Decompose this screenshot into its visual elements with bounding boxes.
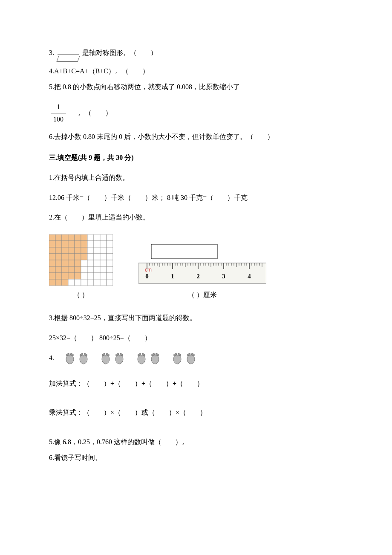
svg-rect-46 xyxy=(87,260,94,266)
q3-prefix: 3. xyxy=(49,49,54,56)
fill-2: 2.在（ ）里填上适当的小数。 （ ） 01234 cm （ ）厘米 xyxy=(49,211,343,301)
peach-pair xyxy=(63,352,90,365)
svg-text:3: 3 xyxy=(222,273,225,280)
peach-icon xyxy=(149,352,161,365)
svg-rect-18 xyxy=(100,241,107,247)
svg-rect-16 xyxy=(87,241,94,247)
svg-rect-70 xyxy=(49,279,55,286)
svg-text:2: 2 xyxy=(196,273,200,280)
svg-rect-32 xyxy=(62,254,68,260)
svg-rect-55 xyxy=(81,266,87,273)
peach-pair xyxy=(171,352,197,365)
svg-rect-6 xyxy=(87,234,94,241)
svg-rect-61 xyxy=(55,273,62,279)
peach-icon xyxy=(113,352,126,365)
fraction-icon: 1 100 xyxy=(51,101,66,126)
svg-rect-45 xyxy=(81,260,87,266)
question-3: 3. 是轴对称图形。（ ） xyxy=(49,47,343,62)
peach-icon xyxy=(184,352,197,365)
parallelogram-icon xyxy=(58,55,79,62)
svg-rect-50 xyxy=(49,266,55,273)
svg-rect-36 xyxy=(87,254,94,260)
svg-rect-4 xyxy=(75,234,81,241)
q5-line1: 5.把 0.8 的小数点向右移动两位，就变成了 0.008，比原数缩小了 xyxy=(49,81,343,93)
svg-rect-79 xyxy=(107,279,113,286)
svg-rect-63 xyxy=(68,273,75,279)
q5-tail: 。（ ） xyxy=(78,109,112,116)
svg-text:cm: cm xyxy=(145,267,152,273)
ruler-caption: （ ）厘米 xyxy=(138,289,266,301)
svg-rect-2 xyxy=(62,234,68,241)
fill-2-line1: 2.在（ ）里填上适当的小数。 xyxy=(49,211,343,224)
svg-rect-15 xyxy=(81,241,87,247)
ruler-svg: 01234 cm xyxy=(138,241,266,286)
fill-6-text: 6.看镜子写时间。 xyxy=(49,454,102,461)
svg-rect-56 xyxy=(87,266,94,273)
svg-rect-78 xyxy=(100,279,107,286)
q4-text: 4.A+B+C=A+（B+C）。（ ） xyxy=(49,67,149,75)
svg-rect-69 xyxy=(107,273,113,279)
svg-text:0: 0 xyxy=(145,273,149,280)
svg-rect-49 xyxy=(107,260,113,266)
svg-rect-77 xyxy=(94,279,100,286)
question-6: 6.去掉小数 0.80 末尾的 0 后，小数的大小不变，但计数单位变了。（ ） xyxy=(49,131,343,143)
svg-rect-19 xyxy=(107,241,113,247)
svg-rect-71 xyxy=(55,279,62,286)
peach-icon xyxy=(171,352,184,365)
svg-rect-7 xyxy=(94,234,100,241)
fill-4-mul: 乘法算式：（ ）×（ ）或（ ）×（ ） xyxy=(49,407,343,419)
svg-rect-28 xyxy=(100,247,107,254)
svg-rect-34 xyxy=(75,254,81,260)
svg-rect-67 xyxy=(94,273,100,279)
svg-rect-48 xyxy=(100,260,107,266)
fill-4-prefix: 4. xyxy=(49,352,54,364)
grid-figure: （ ） xyxy=(49,234,113,301)
svg-rect-72 xyxy=(62,279,68,286)
svg-rect-43 xyxy=(68,260,75,266)
svg-rect-42 xyxy=(62,260,68,266)
svg-rect-0 xyxy=(49,234,55,241)
fill-1: 1.在括号内填上合适的数。 12.06 千米=（ ）千米（ ）米； 8 吨 30… xyxy=(49,172,343,204)
svg-rect-20 xyxy=(49,247,55,254)
svg-rect-37 xyxy=(94,254,100,260)
svg-rect-29 xyxy=(107,247,113,254)
svg-rect-53 xyxy=(68,266,75,273)
svg-rect-74 xyxy=(75,279,81,286)
svg-rect-58 xyxy=(100,266,107,273)
svg-rect-76 xyxy=(87,279,94,286)
svg-rect-54 xyxy=(75,266,81,273)
fraction-numerator: 1 xyxy=(51,101,66,113)
svg-rect-11 xyxy=(55,241,62,247)
svg-text:1: 1 xyxy=(171,273,174,280)
svg-rect-62 xyxy=(62,273,68,279)
fill-5-text: 5.像 6.8，0.25，0.760 这样的数叫做（ ）。 xyxy=(49,438,189,445)
peach-icon xyxy=(77,352,90,365)
svg-rect-40 xyxy=(49,260,55,266)
peach-icon xyxy=(63,352,76,365)
svg-rect-5 xyxy=(81,234,87,241)
svg-rect-27 xyxy=(94,247,100,254)
svg-rect-8 xyxy=(100,234,107,241)
fill-4-add: 加法算式：（ ）+（ ）+（ ）+（ ） xyxy=(49,378,343,390)
svg-rect-31 xyxy=(55,254,62,260)
svg-rect-68 xyxy=(100,273,107,279)
svg-rect-73 xyxy=(68,279,75,286)
svg-rect-66 xyxy=(87,273,94,279)
peach-pair xyxy=(135,352,161,365)
svg-rect-1 xyxy=(55,234,62,241)
svg-rect-64 xyxy=(75,273,81,279)
svg-rect-10 xyxy=(49,241,55,247)
svg-rect-44 xyxy=(75,260,81,266)
grid-svg xyxy=(49,234,113,286)
svg-rect-30 xyxy=(49,254,55,260)
svg-rect-81 xyxy=(138,263,266,283)
grid-caption: （ ） xyxy=(49,289,113,301)
svg-rect-13 xyxy=(68,241,75,247)
section-3-header: 三.填空题(共 9 题，共 30 分) xyxy=(49,152,343,164)
svg-rect-14 xyxy=(75,241,81,247)
fill-1-line2: 12.06 千米=（ ）千米（ ）米； 8 吨 30 千克=（ ）千克 xyxy=(49,192,343,204)
svg-rect-17 xyxy=(94,241,100,247)
fill-3: 3.根据 800÷32=25，直接写出下面两道题的得数。 25×32=（ ） 8… xyxy=(49,312,343,344)
svg-rect-23 xyxy=(68,247,75,254)
q6-text: 6.去掉小数 0.80 末尾的 0 后，小数的大小不变，但计数单位变了。（ ） xyxy=(49,133,274,140)
